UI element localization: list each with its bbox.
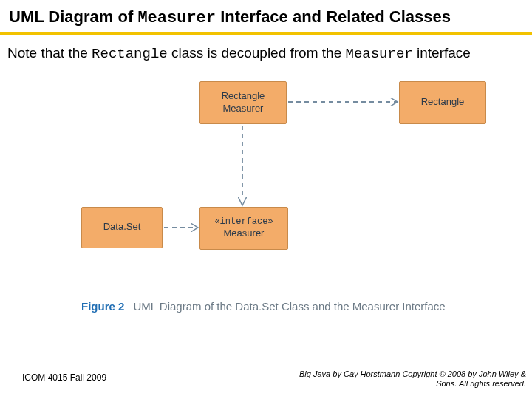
figure-caption: Figure 2 UML Diagram of the Data.Set Cla…	[81, 300, 532, 313]
box-rectangle-label: Rectangle	[421, 96, 465, 109]
footer-left: ICOM 4015 Fall 2009	[22, 372, 106, 383]
measurer-name: Measurer	[224, 228, 265, 239]
title-prefix: UML Diagram of	[9, 7, 137, 26]
title-subrule	[0, 35, 532, 35]
box-measurer-interface: «interface» Measurer	[200, 207, 288, 250]
measurer-stereotype: «interface»	[214, 216, 273, 228]
box-rectmeas-l1: Rectangle	[222, 90, 265, 101]
box-dataset: Data.Set	[81, 207, 163, 248]
figure-number: Figure 2	[81, 300, 124, 313]
title-code: Measurer	[137, 9, 216, 27]
title-suffix: Interface and Related Classes	[216, 7, 451, 26]
slide-title: UML Diagram of Measurer Interface and Re…	[0, 0, 532, 32]
note-p1: Note that the	[7, 45, 92, 61]
figure-caption-text: UML Diagram of the Data.Set Class and th…	[134, 300, 446, 313]
note-p2: class is decoupled from the	[168, 45, 346, 61]
box-dataset-label: Data.Set	[103, 221, 141, 233]
note-code2: Measurer	[346, 46, 413, 62]
note-p3: interface	[413, 45, 471, 61]
note-code1: Rectangle	[92, 46, 168, 62]
note-text: Note that the Rectangle class is decoupl…	[0, 41, 532, 69]
box-rectmeas-l2: Measurer	[223, 103, 264, 114]
box-rectangle-measurer: Rectangle Measurer	[200, 81, 287, 124]
box-rectangle: Rectangle	[399, 81, 486, 124]
footer-right: Big Java by Cay Horstmann Copyright © 20…	[282, 369, 526, 389]
uml-diagram: Rectangle Measurer Rectangle Data.Set «i…	[81, 74, 495, 296]
